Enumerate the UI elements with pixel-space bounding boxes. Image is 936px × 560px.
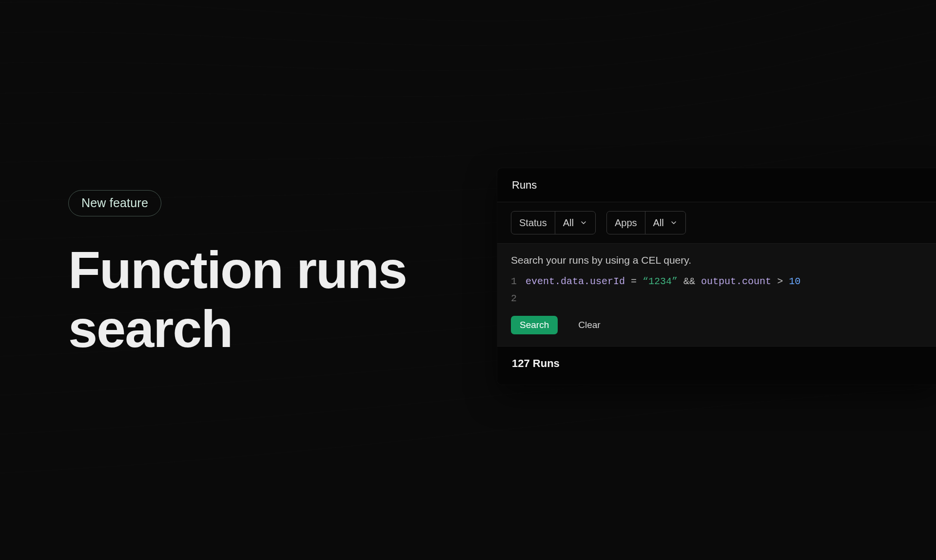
runs-panel: Runs Status All Apps All Search your run… bbox=[497, 168, 936, 385]
token-op: && bbox=[678, 276, 701, 287]
status-filter-label: Status bbox=[511, 212, 555, 234]
chevron-down-icon bbox=[670, 219, 678, 227]
filters-row: Status All Apps All bbox=[497, 202, 936, 243]
tab-runs[interactable]: Runs bbox=[512, 179, 537, 191]
search-button[interactable]: Search bbox=[511, 316, 558, 334]
query-actions: Search Clear bbox=[511, 316, 926, 334]
hero-title: Function runs search bbox=[68, 241, 407, 359]
status-filter-value: All bbox=[555, 212, 595, 234]
hero: New feature Function runs search bbox=[68, 190, 407, 359]
clear-button[interactable]: Clear bbox=[569, 316, 609, 334]
status-filter[interactable]: Status All bbox=[511, 211, 596, 234]
panel-header: Runs bbox=[497, 168, 936, 202]
code-line-1: 1 event.data.userId = “1234” && output.c… bbox=[511, 273, 926, 290]
token-string: “1234” bbox=[643, 276, 678, 287]
results-bar: 127 Runs bbox=[497, 347, 936, 385]
chevron-down-icon bbox=[580, 219, 587, 227]
token-path: output.count bbox=[701, 276, 771, 287]
token-op: > bbox=[771, 276, 789, 287]
apps-filter-value: All bbox=[645, 212, 685, 234]
token-number: 10 bbox=[789, 276, 800, 287]
new-feature-badge: New feature bbox=[68, 190, 161, 216]
hero-title-line-1: Function runs bbox=[68, 240, 407, 299]
hero-title-line-2: search bbox=[68, 299, 232, 358]
apps-filter[interactable]: Apps All bbox=[606, 211, 686, 234]
line-number: 2 bbox=[511, 290, 526, 307]
cel-query-input[interactable]: 1 event.data.userId = “1234” && output.c… bbox=[511, 273, 926, 307]
status-filter-value-text: All bbox=[563, 217, 574, 229]
line-number: 1 bbox=[511, 273, 526, 290]
apps-filter-label: Apps bbox=[607, 212, 645, 234]
code-line-2: 2 bbox=[511, 290, 926, 307]
query-area: Search your runs by using a CEL query. 1… bbox=[497, 244, 936, 346]
apps-filter-value-text: All bbox=[653, 217, 664, 229]
token-op: = bbox=[625, 276, 643, 287]
token-path: event.data.userId bbox=[526, 276, 625, 287]
query-hint: Search your runs by using a CEL query. bbox=[511, 254, 926, 266]
results-count: 127 Runs bbox=[512, 357, 560, 369]
